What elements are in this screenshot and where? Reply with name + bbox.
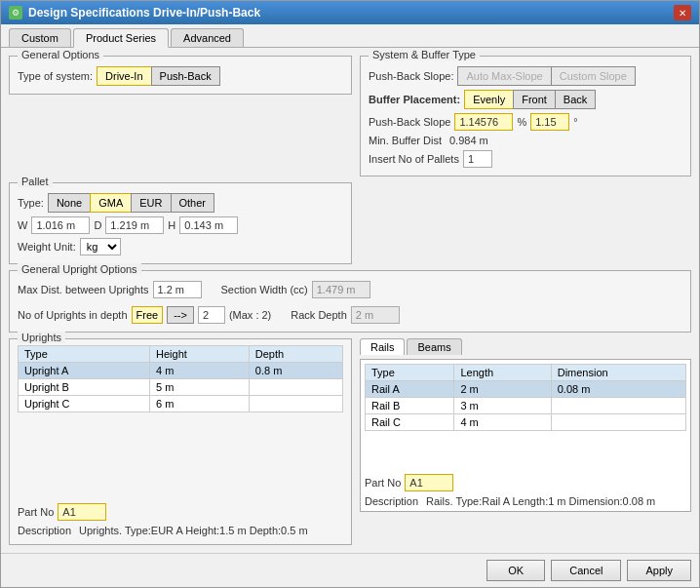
upright-part-no-input[interactable]: [58, 503, 106, 521]
rail-c-length: 4 m: [454, 414, 551, 431]
rail-desc-label: Description: [365, 495, 418, 507]
system-buffer-box: System & Buffer Type Push-Back Slope: Au…: [360, 56, 691, 176]
general-options-box: General Options Type of system: Drive-In…: [9, 56, 352, 95]
upright-desc-row: Description Uprights. Type:EUR A Height:…: [18, 525, 343, 536]
no-uprights-label: No of Uprights in depth: [18, 309, 128, 321]
uprights-col-height: Height: [150, 346, 250, 363]
general-options-title: General Options: [18, 49, 103, 60]
tab-product-series[interactable]: Product Series: [73, 28, 169, 48]
title-bar-left: ⚙ Design Specifications Drive-In/Push-Ba…: [9, 6, 260, 20]
rail-a-dimension: 0.08 m: [551, 381, 685, 398]
no-uprights-max: (Max : 2): [229, 309, 271, 321]
rail-desc-row: Description Rails. Type:Rail A Length:1 …: [365, 495, 686, 507]
uprights-col-type: Type: [19, 346, 150, 363]
rails-col-length: Length: [454, 365, 551, 381]
slope-percent-input[interactable]: 1.14576: [454, 113, 513, 131]
upright-b-type: Upright B: [19, 379, 150, 396]
close-button[interactable]: ✕: [674, 5, 691, 20]
drive-in-btn[interactable]: Drive-In: [97, 66, 151, 86]
upright-b-depth: [249, 379, 342, 396]
table-row[interactable]: Upright C 6 m: [19, 396, 343, 412]
row-1: General Options Type of system: Drive-In…: [9, 56, 691, 176]
pallet-other-btn[interactable]: Other: [171, 193, 215, 213]
upright-part-no-row: Part No: [18, 503, 343, 521]
back-btn[interactable]: Back: [555, 90, 596, 109]
upright-opts-row: Max Dist. between Uprights Section Width…: [18, 277, 682, 298]
weight-unit-select[interactable]: kg lb: [80, 238, 121, 255]
cancel-button[interactable]: Cancel: [551, 560, 621, 581]
pallet-none-btn[interactable]: None: [48, 193, 90, 213]
table-row[interactable]: Upright A 4 m 0.8 m: [19, 363, 343, 379]
rails-spacer: [365, 431, 686, 470]
row-3: General Upright Options Max Dist. betwee…: [9, 270, 691, 333]
evenly-btn[interactable]: Evenly: [464, 90, 513, 109]
table-row[interactable]: Rail C 4 m: [366, 414, 686, 431]
uprights-col-depth: Depth: [249, 346, 342, 363]
custom-slope-btn: Custom Slope: [551, 66, 636, 86]
tab-custom[interactable]: Custom: [9, 28, 71, 47]
arrow-btn[interactable]: -->: [167, 306, 194, 324]
uprights-table-spacer: [18, 412, 343, 499]
main-content: General Options Type of system: Drive-In…: [1, 48, 699, 553]
free-btn[interactable]: Free: [132, 306, 164, 324]
table-row[interactable]: Upright B 5 m: [19, 379, 343, 396]
upright-a-type: Upright A: [19, 363, 150, 379]
right-panel-empty: [360, 182, 691, 264]
title-bar: ⚙ Design Specifications Drive-In/Push-Ba…: [1, 1, 699, 24]
buffer-placement-row: Buffer Placement: Evenly Front Back: [369, 90, 682, 109]
pallet-type-row: Type: None GMA EUR Other: [18, 193, 343, 213]
pallet-h-input[interactable]: [179, 216, 238, 234]
upright-a-depth: 0.8 m: [249, 363, 342, 379]
insert-pallets-input[interactable]: 1: [463, 150, 492, 168]
rack-depth-input: [351, 306, 400, 324]
rails-beams-content: Rails Beams Type Length Dimension: [360, 338, 691, 545]
rack-depth-row: Rack Depth: [291, 306, 399, 324]
apply-button[interactable]: Apply: [627, 560, 691, 581]
rack-depth-label: Rack Depth: [291, 309, 346, 321]
rails-col-type: Type: [366, 365, 454, 381]
app-icon: ⚙: [9, 6, 22, 20]
tab-beams[interactable]: Beams: [407, 338, 461, 355]
insert-pallets-label: Insert No of Pallets: [369, 153, 459, 165]
pallet-w-label: W: [18, 219, 27, 231]
push-back-slope-label: Push-Back Slope:: [369, 70, 453, 82]
table-row[interactable]: Rail A 2 m 0.08 m: [366, 381, 686, 398]
max-dist-input[interactable]: [153, 281, 202, 298]
slope-deg-input[interactable]: 1.15: [530, 113, 569, 131]
min-buffer-row: Min. Buffer Dist 0.984 m: [369, 135, 682, 146]
pallet-eur-btn[interactable]: EUR: [131, 193, 170, 213]
upright-c-height: 6 m: [150, 396, 250, 412]
uprights-panel: Uprights Type Height Depth Upright A: [9, 338, 352, 545]
pallet-title: Pallet: [18, 176, 53, 187]
auto-max-slope-btn: Auto Max-Slope: [457, 66, 550, 86]
slope-value-label: Push-Back Slope: [369, 116, 450, 128]
uprights-table: Type Height Depth Upright A 4 m 0.8 m: [18, 345, 343, 412]
type-of-system-row: Type of system: Drive-In Push-Back: [18, 66, 343, 86]
table-row[interactable]: Rail B 3 m: [366, 398, 686, 414]
rail-part-no-input[interactable]: [405, 474, 453, 491]
bottom-bar: OK Cancel Apply: [1, 553, 699, 587]
upright-desc-value: Uprights. Type:EUR A Height:1.5 m Depth:…: [79, 525, 308, 536]
rails-content: Type Length Dimension Rail A 2 m 0.08 m: [360, 359, 691, 512]
pallet-w-input[interactable]: [31, 216, 90, 234]
deg-sign: °: [573, 116, 577, 128]
upright-b-height: 5 m: [150, 379, 250, 396]
weight-unit-row: Weight Unit: kg lb: [18, 238, 343, 255]
pallet-d-input[interactable]: [105, 216, 164, 234]
rail-part-no-row: Part No: [365, 474, 686, 491]
min-buffer-value: 0.984 m: [449, 135, 488, 146]
upright-c-type: Upright C: [19, 396, 150, 412]
pallet-gma-btn[interactable]: GMA: [90, 193, 131, 213]
rails-beams-panel: Rails Beams Type Length Dimension: [360, 338, 691, 545]
tab-advanced[interactable]: Advanced: [171, 28, 244, 47]
ok-button[interactable]: OK: [486, 560, 545, 581]
rails-col-dimension: Dimension: [551, 365, 685, 381]
front-btn[interactable]: Front: [513, 90, 555, 109]
max-dist-row: Max Dist. between Uprights: [18, 281, 202, 298]
push-back-btn[interactable]: Push-Back: [151, 66, 220, 86]
upright-a-height: 4 m: [150, 363, 250, 379]
section-width-input: [312, 281, 370, 298]
tab-rails[interactable]: Rails: [360, 338, 405, 355]
upright-opts-title: General Upright Options: [18, 263, 141, 275]
no-uprights-input[interactable]: [198, 306, 225, 324]
